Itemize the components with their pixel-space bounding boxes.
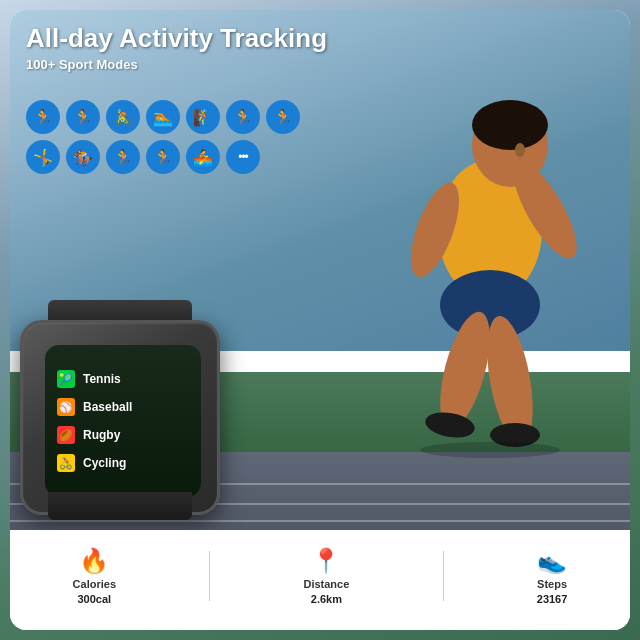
rugby-icon: 🏉 [57,426,75,444]
sport-icon-run3[interactable]: 🏃 [226,100,260,134]
sport-icon-run5[interactable]: 🏃 [106,140,140,174]
sport-icon-more[interactable]: ••• [226,140,260,174]
watch-screen-content: 🎾 Tennis ⚾ Baseball 🏉 Rugby [45,345,201,497]
steps-value: 23167 [537,593,568,605]
watch-screen: 🎾 Tennis ⚾ Baseball 🏉 Rugby [45,345,201,497]
sport-icon-run4[interactable]: 🏃 [266,100,300,134]
steps-icon: 👟 [537,547,567,575]
page-subtitle: 100+ Sport Modes [26,57,614,72]
divider-2 [443,551,444,601]
distance-icon: 📍 [311,547,341,575]
distance-label: Distance [303,578,349,590]
svg-point-3 [515,143,525,157]
sport-icon-run6[interactable]: 🏃 [146,140,180,174]
watch-band-bottom [48,492,192,520]
track-line-3 [10,520,630,522]
svg-point-11 [420,442,560,458]
baseball-label: Baseball [83,400,132,414]
calories-value: 300cal [77,593,111,605]
sport-item-rugby[interactable]: 🏉 Rugby [53,422,193,448]
baseball-icon: ⚾ [57,398,75,416]
card-content: All-day Activity Tracking 100+ Sport Mod… [10,10,630,630]
sport-item-tennis[interactable]: 🎾 Tennis [53,366,193,392]
sport-icon-run1[interactable]: 🏃 [26,100,60,134]
divider-1 [209,551,210,601]
stats-bar: 🔥 Calories 300cal 📍 Distance 2.6km 👟 Ste… [26,536,614,616]
tennis-icon: 🎾 [57,370,75,388]
page-title: All-day Activity Tracking [26,24,614,53]
cycling-icon: 🚴 [57,454,75,472]
sport-icon-gym[interactable]: 🤸 [26,140,60,174]
stat-calories: 🔥 Calories 300cal [73,547,116,605]
rugby-label: Rugby [83,428,120,442]
smartwatch: STAINLESS STEEL 🎾 Tennis ⚾ Baseball [10,300,240,520]
sport-icon-climb[interactable]: 🧗 [186,100,220,134]
icons-row-1: 🏃 🏃 🚴 🏊 🧗 🏃 🏃 [26,100,300,134]
svg-point-9 [423,409,476,441]
watch-body: STAINLESS STEEL 🎾 Tennis ⚾ Baseball [20,320,220,515]
sport-icon-row[interactable]: 🚣 [186,140,220,174]
sport-icon-run2[interactable]: 🏃 [66,100,100,134]
calories-icon: 🔥 [79,547,109,575]
tennis-label: Tennis [83,372,121,386]
stat-distance: 📍 Distance 2.6km [303,547,349,605]
sport-item-baseball[interactable]: ⚾ Baseball [53,394,193,420]
stat-steps: 👟 Steps 23167 [537,547,568,605]
sport-icons-container: 🏃 🏃 🚴 🏊 🧗 🏃 🏃 🤸 🏇 🏃 🏃 🚣 ••• [26,100,300,174]
sport-icon-swim[interactable]: 🏊 [146,100,180,134]
product-card: All-day Activity Tracking 100+ Sport Mod… [10,10,630,630]
distance-value: 2.6km [311,593,342,605]
sport-icon-horse[interactable]: 🏇 [66,140,100,174]
steps-label: Steps [537,578,567,590]
cycling-label: Cycling [83,456,126,470]
main-container: All-day Activity Tracking 100+ Sport Mod… [0,0,640,640]
calories-label: Calories [73,578,116,590]
athlete-figure [345,60,615,460]
icons-row-2: 🤸 🏇 🏃 🏃 🚣 ••• [26,140,300,174]
svg-point-2 [472,100,548,150]
sport-item-cycling[interactable]: 🚴 Cycling [53,450,193,476]
sport-icon-cycle[interactable]: 🚴 [106,100,140,134]
header-section: All-day Activity Tracking 100+ Sport Mod… [26,24,614,72]
